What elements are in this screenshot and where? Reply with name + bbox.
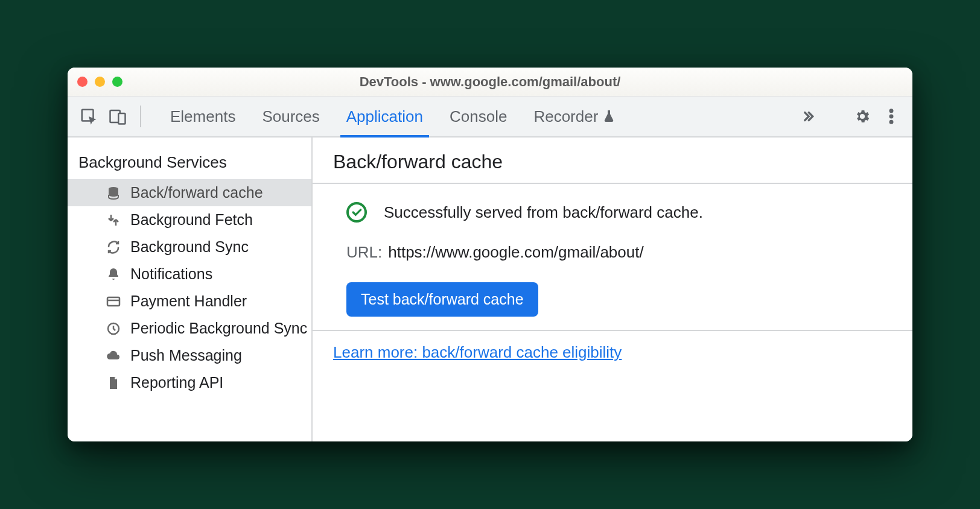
content-area: Background Services Back/forward cache B… bbox=[68, 138, 912, 441]
svg-point-4 bbox=[889, 115, 894, 119]
kebab-menu-icon[interactable] bbox=[881, 106, 902, 127]
sidebar-item-label: Reporting API bbox=[130, 374, 223, 391]
learn-more-link[interactable]: Learn more: back/forward cache eligibili… bbox=[333, 343, 622, 361]
svg-point-5 bbox=[889, 120, 894, 124]
sidebar-item-label: Notifications bbox=[130, 265, 212, 283]
maximize-window-button[interactable] bbox=[112, 77, 122, 87]
url-value: https://www.google.com/gmail/about/ bbox=[388, 243, 643, 262]
document-icon bbox=[105, 375, 122, 391]
fetch-icon bbox=[105, 212, 122, 229]
sidebar-item-label: Push Messaging bbox=[130, 347, 242, 364]
window-controls bbox=[77, 77, 122, 87]
devtools-window: DevTools - www.google.com/gmail/about/ E… bbox=[68, 68, 912, 441]
tab-recorder[interactable]: Recorder bbox=[531, 96, 619, 136]
sidebar-item-background-fetch[interactable]: Background Fetch bbox=[68, 206, 311, 233]
svg-rect-7 bbox=[107, 297, 119, 306]
tab-console[interactable]: Console bbox=[447, 96, 509, 136]
application-sidebar: Background Services Back/forward cache B… bbox=[68, 138, 313, 441]
sidebar-item-label: Periodic Background Sync bbox=[130, 320, 307, 337]
test-bfcache-button[interactable]: Test back/forward cache bbox=[346, 282, 538, 317]
panel-body: Successfully served from back/forward ca… bbox=[313, 184, 912, 331]
tab-elements[interactable]: Elements bbox=[168, 96, 238, 136]
window-title: DevTools - www.google.com/gmail/about/ bbox=[68, 74, 912, 90]
tab-recorder-label: Recorder bbox=[533, 107, 598, 126]
flask-icon bbox=[602, 109, 616, 124]
devtools-toolbar: Elements Sources Application Console Rec… bbox=[68, 96, 912, 138]
svg-rect-2 bbox=[118, 113, 125, 124]
cloud-icon bbox=[105, 347, 122, 364]
url-row: URL: https://www.google.com/gmail/about/ bbox=[346, 243, 892, 262]
svg-point-3 bbox=[889, 109, 894, 113]
tab-application[interactable]: Application bbox=[344, 96, 425, 136]
device-toggle-icon[interactable] bbox=[107, 106, 128, 127]
sidebar-item-bfcache[interactable]: Back/forward cache bbox=[68, 179, 311, 206]
clock-icon bbox=[105, 320, 122, 337]
sidebar-section-title: Background Services bbox=[68, 138, 311, 179]
sync-icon bbox=[105, 239, 122, 256]
sidebar-item-reporting-api[interactable]: Reporting API bbox=[68, 369, 311, 396]
credit-card-icon bbox=[105, 293, 122, 310]
sidebar-item-notifications[interactable]: Notifications bbox=[68, 261, 311, 288]
sidebar-item-background-sync[interactable]: Background Sync bbox=[68, 233, 311, 261]
sidebar-item-label: Background Sync bbox=[130, 238, 249, 256]
sidebar-item-push-messaging[interactable]: Push Messaging bbox=[68, 342, 311, 369]
bell-icon bbox=[105, 266, 122, 283]
inspect-icon[interactable] bbox=[78, 106, 99, 127]
minimize-window-button[interactable] bbox=[95, 77, 105, 87]
status-row: Successfully served from back/forward ca… bbox=[346, 202, 892, 223]
toolbar-divider bbox=[140, 106, 141, 127]
url-label: URL: bbox=[346, 243, 382, 262]
database-icon bbox=[105, 185, 122, 201]
settings-icon[interactable] bbox=[852, 106, 873, 127]
main-panel: Back/forward cache Successfully served f… bbox=[313, 138, 912, 441]
sidebar-item-payment-handler[interactable]: Payment Handler bbox=[68, 288, 311, 315]
sidebar-item-label: Background Fetch bbox=[130, 211, 253, 229]
status-text: Successfully served from back/forward ca… bbox=[384, 203, 703, 222]
sidebar-item-label: Back/forward cache bbox=[130, 184, 263, 201]
more-tabs-icon[interactable] bbox=[797, 106, 817, 127]
panel-tabs: Elements Sources Application Console Rec… bbox=[168, 96, 619, 136]
tab-sources[interactable]: Sources bbox=[259, 96, 322, 136]
sidebar-item-label: Payment Handler bbox=[130, 292, 247, 310]
sidebar-item-periodic-sync[interactable]: Periodic Background Sync bbox=[68, 315, 311, 342]
titlebar: DevTools - www.google.com/gmail/about/ bbox=[68, 68, 912, 96]
panel-footer: Learn more: back/forward cache eligibili… bbox=[313, 331, 912, 374]
close-window-button[interactable] bbox=[77, 77, 88, 87]
panel-title: Back/forward cache bbox=[313, 138, 912, 184]
success-check-icon bbox=[346, 202, 367, 223]
